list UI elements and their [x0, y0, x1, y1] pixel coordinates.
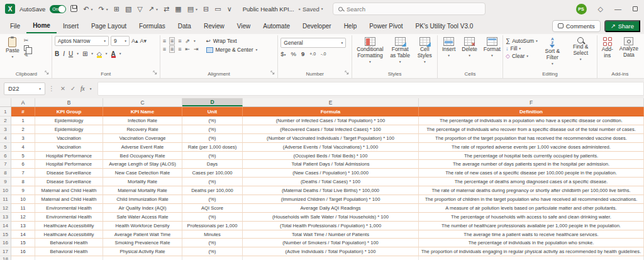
row-header[interactable]: 18	[0, 256, 11, 260]
row-header[interactable]: 3	[0, 125, 11, 134]
copy-button[interactable]: ▾	[24, 45, 32, 51]
row-header[interactable]: 16	[0, 239, 11, 247]
grid-cell-D6[interactable]: (%)	[182, 152, 243, 161]
number-dialog-launcher[interactable]	[345, 71, 349, 76]
paste-button[interactable]: Paste ▾	[4, 36, 21, 60]
column-header-C[interactable]: C	[103, 98, 182, 106]
column-header-D[interactable]: D	[182, 98, 243, 106]
shrink-font-button[interactable]: A▾	[140, 38, 147, 45]
grid-cell-A1[interactable]: #	[11, 107, 35, 116]
column-header-A[interactable]: A	[11, 98, 35, 106]
tab-page-layout[interactable]: Page Layout	[85, 19, 133, 33]
sort-filter-button[interactable]: AZ Sort & Filter ▾	[540, 36, 565, 67]
grid-cell-E13[interactable]: (Households with Safe Water / Total Hous…	[243, 213, 419, 222]
font-color-button[interactable]: A	[111, 50, 116, 57]
grid-cell-C14[interactable]: Health Workforce Density	[103, 222, 182, 230]
increase-indent-button[interactable]: ⇥	[194, 46, 199, 52]
comments-button[interactable]: Comments	[552, 20, 601, 32]
table-icon[interactable]: ▦	[175, 6, 181, 13]
grid-cell-F6[interactable]: The percentage of hospital beds currentl…	[419, 152, 644, 161]
grid-cell-D18[interactable]	[182, 256, 243, 260]
grid-cell-D14[interactable]: Professionals per 1,000	[182, 222, 243, 230]
grid-cell-D5[interactable]: Rate (per 1,000 doses)	[182, 143, 243, 152]
grid-cell-F13[interactable]: The percentage of households with access…	[419, 213, 644, 222]
tab-insert[interactable]: Insert	[57, 19, 85, 33]
row-header[interactable]: 11	[0, 195, 11, 204]
tab-automate[interactable]: Automate	[257, 19, 296, 33]
grid-cell-B5[interactable]: Vaccination	[35, 143, 103, 152]
grid-cell-D4[interactable]: (%)	[182, 134, 243, 143]
delete-cells-button[interactable]: Delete ▾	[460, 36, 479, 59]
grid-cell-C8[interactable]: New Case Detection Rate	[103, 169, 182, 178]
grid-cell-D17[interactable]: (%)	[182, 247, 243, 256]
grid-cell-D16[interactable]: (%)	[182, 239, 243, 247]
share-button[interactable]: ↗ Share	[604, 20, 640, 32]
name-box[interactable]: D22 ▾	[4, 82, 45, 95]
find-select-button[interactable]: Find & Select ▾	[567, 36, 594, 62]
column-header-F[interactable]: F	[419, 98, 644, 106]
grid-cell-E6[interactable]: (Occupied Beds / Total Beds) * 100	[243, 152, 419, 161]
grid-cell-B12[interactable]: Environmental Health	[35, 204, 103, 213]
grid-cell-E12[interactable]: Average Daily AQI Readings	[243, 204, 419, 213]
grid-cell-B11[interactable]: Maternal and Child Health	[35, 195, 103, 204]
grid-cell-E4[interactable]: (Number of Vaccinated Individuals / Targ…	[243, 134, 419, 143]
grid-cell-D11[interactable]: (%)	[182, 195, 243, 204]
borders-icon[interactable]: ⊞	[114, 6, 119, 13]
grid-cell-B18[interactable]	[35, 256, 103, 260]
grid-cell-B3[interactable]: Epidemiology	[35, 125, 103, 134]
fill-color-button[interactable]: ◇	[97, 50, 102, 57]
clipboard-dialog-launcher[interactable]	[45, 71, 49, 76]
grid-cell-F12[interactable]: A measure of air pollution levels based …	[419, 204, 644, 213]
row-header[interactable]: 13	[0, 213, 11, 222]
row-header[interactable]: 1	[0, 107, 11, 116]
grid-cell-F10[interactable]: The rate of maternal deaths during pregn…	[419, 186, 644, 195]
undo-chevron-icon[interactable]: ▾	[91, 7, 92, 11]
redo-icon[interactable]: ↷	[98, 6, 104, 13]
tab-view[interactable]: View	[231, 19, 257, 33]
font-size-select[interactable]: 9 ▾	[111, 36, 130, 46]
column-header-E[interactable]: E	[243, 98, 419, 106]
grid-cell-F15[interactable]: The average time a patient waits to rece…	[419, 230, 644, 239]
grid-cell-E7[interactable]: Total Patient Days / Total Admissions	[243, 160, 419, 169]
row-header[interactable]: 15	[0, 230, 11, 239]
grid-cell-A15[interactable]: 14	[11, 230, 35, 239]
grid-cell-E10[interactable]: (Maternal Deaths / Total Live Births) * …	[243, 186, 419, 195]
grid-cell-A4[interactable]: 3	[11, 134, 35, 143]
align-right-button[interactable]: ≡	[178, 46, 181, 52]
grid-cell-C6[interactable]: Bed Occupancy Rate	[103, 152, 182, 161]
tab-data[interactable]: Data	[172, 19, 197, 33]
grid-cell-F18[interactable]	[419, 256, 644, 260]
cell-styles-button[interactable]: Cell Styles ▾	[415, 36, 435, 65]
grid-cell-E3[interactable]: (Recovered Cases / Total Infected Cases)…	[243, 125, 419, 134]
alignment-dialog-launcher[interactable]	[270, 71, 275, 76]
restore-button[interactable]	[633, 5, 638, 13]
excel-logo-icon[interactable]: X	[5, 4, 15, 14]
save-icon[interactable]	[70, 5, 77, 13]
tab-formulas[interactable]: Formulas	[133, 19, 172, 33]
grid-cell-A6[interactable]: 5	[11, 152, 35, 161]
grid-cell-F5[interactable]: The rate of reported adverse events per …	[419, 143, 644, 152]
borders-button[interactable]: ⊞	[82, 50, 87, 57]
increase-decimal-button[interactable]: +.0	[309, 52, 316, 56]
row-header[interactable]: 12	[0, 204, 11, 213]
grid-cell-F1[interactable]: Definition	[419, 107, 644, 116]
decrease-decimal-button[interactable]: -.0	[321, 52, 326, 56]
row-header[interactable]: 17	[0, 247, 11, 256]
decrease-indent-button[interactable]: ⇤	[185, 46, 190, 52]
calculator-icon[interactable]: ⊟	[203, 6, 209, 13]
row-header[interactable]: 6	[0, 152, 11, 161]
grid-cell-C13[interactable]: Safe Water Access Rate	[103, 213, 182, 222]
align-bottom-button[interactable]: ≡	[178, 38, 181, 44]
grid-cell-B10[interactable]: Maternal and Child Health	[35, 186, 103, 195]
grid-cell-E1[interactable]: Formula	[243, 107, 419, 116]
filter-icon[interactable]: ▽	[137, 6, 142, 13]
insert-function-icon[interactable]: fx	[80, 86, 85, 92]
wrap-text-button[interactable]: ↩ Wrap Text	[206, 38, 258, 44]
grid-cell-C15[interactable]: Average Patient Wait Time	[103, 230, 182, 239]
autosum-button[interactable]: ∑ AutoSum ▾	[506, 37, 538, 44]
number-format-select[interactable]: General ▾	[280, 38, 346, 48]
grid-cell-E2[interactable]: (Number of Infected Cases / Total Popula…	[243, 116, 419, 125]
grid-cell-C12[interactable]: Air Quality Index (AQI)	[103, 204, 182, 213]
font-dialog-launcher[interactable]	[153, 71, 157, 76]
grid-cell-F11[interactable]: The proportion of children in the target…	[419, 195, 644, 204]
